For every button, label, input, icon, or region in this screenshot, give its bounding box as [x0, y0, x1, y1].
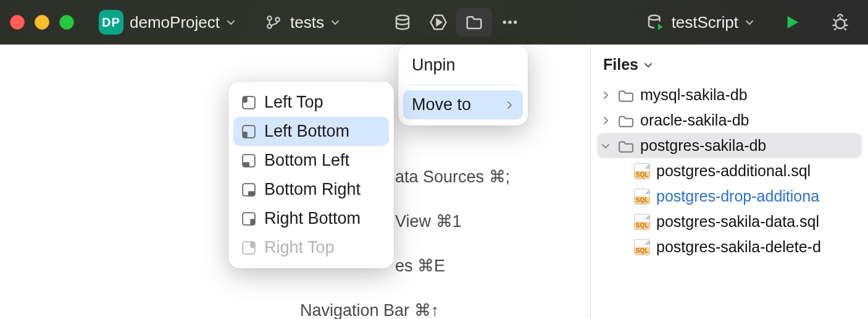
- minimize-icon[interactable]: [35, 15, 49, 30]
- sql-file-icon: SQL: [634, 189, 650, 205]
- folder-mysql-sakila-db[interactable]: mysql-sakila-db: [591, 82, 868, 108]
- sql-file-icon: SQL: [634, 239, 650, 255]
- dock-bottom-left-icon: [242, 154, 256, 168]
- run-button[interactable]: [774, 8, 810, 36]
- toolwindow-options-menu: Unpin Move to: [398, 45, 528, 125]
- dock-left-bottom-icon: [242, 125, 256, 138]
- hint-recent-files: es ⌘E: [395, 256, 590, 276]
- svg-rect-10: [243, 96, 248, 103]
- folder-icon: [618, 114, 634, 127]
- debug-button[interactable]: [822, 8, 858, 36]
- svg-rect-20: [250, 242, 255, 248]
- folder-icon: [464, 12, 485, 33]
- submenu-item-bottom-left[interactable]: Bottom Left: [228, 146, 394, 175]
- titlebar: DP demoProject tests: [0, 0, 868, 45]
- hint-view: View ⌘1: [395, 211, 590, 231]
- files-panel-header[interactable]: Files: [591, 45, 868, 82]
- sql-file-icon: SQL: [634, 214, 650, 230]
- play-hexagon-icon: [428, 12, 449, 33]
- dock-bottom-right-icon: [242, 183, 256, 197]
- dock-right-bottom-icon: [242, 212, 256, 226]
- folder-icon: [618, 139, 634, 153]
- sql-file-icon: SQL: [634, 163, 650, 179]
- database-play-icon: [645, 12, 666, 33]
- svg-point-7: [649, 15, 660, 20]
- menu-item-move-to[interactable]: Move to: [403, 90, 523, 119]
- folder-icon: [618, 88, 634, 102]
- submenu-item-right-top: Right Top: [228, 233, 394, 262]
- project-selector[interactable]: DP demoProject: [91, 6, 243, 38]
- files-panel-title: Files: [603, 56, 638, 74]
- svg-rect-16: [248, 191, 255, 196]
- hint-data-sources: ata Sources ⌘;: [395, 167, 590, 187]
- hint-navigation-bar: Navigation Bar ⌘↑: [300, 300, 590, 319]
- submenu-item-left-top[interactable]: Left Top: [228, 88, 394, 117]
- chevron-down-icon: [330, 17, 340, 27]
- svg-point-5: [508, 20, 512, 24]
- svg-point-8: [836, 19, 845, 28]
- svg-point-3: [396, 15, 409, 20]
- file-postgres-sakila-data-sql[interactable]: SQL postgres-sakila-data.sql: [591, 209, 868, 234]
- dock-left-top-icon: [242, 96, 256, 109]
- chevron-down-icon: [745, 17, 754, 27]
- chevron-right-icon[interactable]: [599, 116, 612, 125]
- menu-separator: [409, 85, 517, 85]
- database-button[interactable]: [385, 8, 420, 36]
- close-icon[interactable]: [10, 15, 25, 30]
- editor-area: ata Sources ⌘; View ⌘1 es ⌘E Navigation …: [0, 45, 590, 319]
- window-traffic-lights: [10, 15, 74, 30]
- submenu-item-right-bottom[interactable]: Right Bottom: [228, 204, 394, 233]
- folder-oracle-sakila-db[interactable]: oracle-sakila-db: [591, 108, 868, 133]
- more-button[interactable]: [492, 8, 528, 36]
- svg-rect-18: [250, 219, 255, 225]
- project-badge-icon: DP: [99, 10, 123, 35]
- run-config-name: testScript: [672, 13, 738, 32]
- folder-postgres-sakila-db[interactable]: postgres-sakila-db: [597, 133, 862, 158]
- files-tool-window: Files mysql-sakila-db: [590, 45, 868, 319]
- svg-rect-12: [243, 132, 248, 138]
- files-toolbar-button[interactable]: [456, 8, 492, 36]
- branch-selector[interactable]: tests: [256, 8, 348, 36]
- chevron-down-icon: [226, 17, 236, 27]
- file-postgres-additional-sql[interactable]: SQL postgres-additional.sql: [591, 158, 868, 184]
- ellipsis-icon: [499, 12, 520, 33]
- run-config-selector[interactable]: testScript: [637, 8, 762, 36]
- menu-item-unpin[interactable]: Unpin: [398, 51, 528, 80]
- play-icon: [782, 12, 803, 33]
- svg-rect-14: [243, 162, 249, 167]
- move-to-submenu: Left Top Left Bottom Bottom Left Bottom …: [228, 82, 394, 268]
- branch-icon: [263, 12, 284, 33]
- svg-point-6: [514, 20, 517, 24]
- chevron-down-icon[interactable]: [599, 141, 612, 151]
- submenu-item-left-bottom[interactable]: Left Bottom: [233, 117, 389, 146]
- branch-name: tests: [290, 13, 324, 32]
- file-postgres-sakila-delete[interactable]: SQL postgres-sakila-delete-d: [591, 234, 868, 260]
- file-postgres-drop-additional[interactable]: SQL postgres-drop-additiona: [591, 184, 868, 209]
- database-icon: [392, 12, 413, 33]
- files-tree: mysql-sakila-db oracle-sakila-db postgre: [591, 82, 868, 260]
- main-area: ata Sources ⌘; View ⌘1 es ⌘E Navigation …: [0, 45, 868, 319]
- query-console-button[interactable]: [420, 8, 456, 36]
- project-name: demoProject: [130, 13, 220, 32]
- dock-right-top-icon: [242, 241, 256, 255]
- bug-icon: [830, 12, 851, 33]
- svg-point-4: [503, 20, 506, 24]
- maximize-icon[interactable]: [59, 15, 74, 30]
- chevron-down-icon: [643, 60, 653, 70]
- submenu-item-bottom-right[interactable]: Bottom Right: [228, 175, 394, 204]
- chevron-right-icon: [504, 100, 514, 110]
- chevron-right-icon[interactable]: [599, 90, 612, 100]
